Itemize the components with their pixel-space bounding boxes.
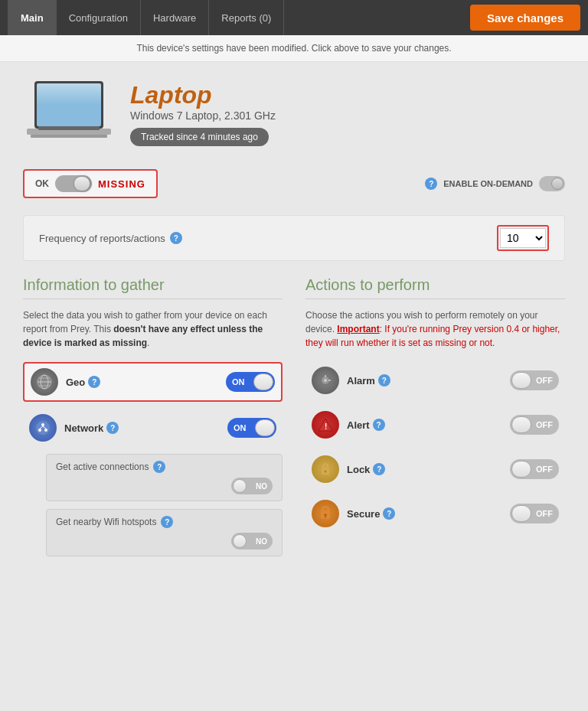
frequency-help-icon[interactable]: ? bbox=[170, 232, 182, 244]
lock-icon bbox=[312, 455, 339, 483]
alarm-toggle[interactable]: OFF bbox=[510, 370, 559, 390]
svg-point-11 bbox=[36, 421, 50, 435]
tab-hardware[interactable]: Hardware bbox=[141, 0, 209, 35]
toggle-thumb bbox=[74, 176, 90, 191]
network-toggle[interactable]: ON bbox=[227, 418, 276, 438]
active-connections-toggle-label: NO bbox=[256, 482, 267, 491]
active-connections-toggle[interactable]: NO bbox=[231, 478, 273, 494]
geo-label: Geo ? bbox=[66, 376, 218, 388]
svg-rect-4 bbox=[31, 135, 107, 138]
wifi-hotspots-toggle-label: NO bbox=[256, 537, 267, 546]
frequency-row: Frequency of reports/actions ? 10 5 15 2… bbox=[23, 215, 565, 261]
lock-toggle-knob bbox=[511, 461, 531, 478]
alarm-label: Alarm ? bbox=[347, 374, 502, 386]
alert-toggle-knob bbox=[511, 416, 531, 433]
info-gather-desc: Select the data you wish to gather from … bbox=[23, 308, 283, 350]
alarm-toggle-knob bbox=[511, 372, 531, 389]
secure-toggle[interactable]: OFF bbox=[510, 504, 559, 523]
secure-icon bbox=[312, 500, 339, 527]
secure-toggle-label: OFF bbox=[536, 509, 553, 518]
alert-item-row: ! Alert ? OFF bbox=[305, 406, 565, 443]
wifi-hotspots-help-icon[interactable]: ? bbox=[161, 516, 173, 528]
geo-icon bbox=[31, 368, 58, 396]
svg-text:!: ! bbox=[325, 422, 327, 431]
lock-label: Lock ? bbox=[347, 463, 502, 475]
secure-toggle-knob bbox=[511, 505, 531, 522]
geo-help-icon[interactable]: ? bbox=[88, 376, 100, 388]
ondemand-help-icon[interactable]: ? bbox=[425, 178, 437, 190]
svg-rect-5 bbox=[38, 126, 100, 130]
ok-missing-toggle[interactable]: OK MISSING bbox=[23, 169, 158, 198]
secure-item-row: Secure ? OFF bbox=[305, 495, 565, 532]
lock-toggle[interactable]: OFF bbox=[510, 459, 559, 479]
network-item-row: Network ? ON bbox=[23, 409, 283, 446]
main-content: Laptop Windows 7 Laptop, 2.301 GHz Track… bbox=[0, 62, 588, 711]
device-header: Laptop Windows 7 Laptop, 2.301 GHz Track… bbox=[23, 77, 565, 149]
ondemand-toggle[interactable] bbox=[539, 176, 565, 191]
wifi-hotspots-sub: Get nearby Wifi hotspots ? NO bbox=[46, 509, 283, 556]
wifi-hotspots-text: Get nearby Wifi hotspots bbox=[56, 517, 156, 527]
frequency-label: Frequency of reports/actions ? bbox=[39, 232, 182, 244]
status-toggle-switch[interactable] bbox=[55, 175, 92, 192]
enable-ondemand-label: ENABLE ON-DEMAND bbox=[443, 179, 533, 188]
lock-label-text: Lock bbox=[347, 464, 370, 475]
network-icon bbox=[29, 414, 57, 442]
network-help-icon[interactable]: ? bbox=[106, 422, 119, 434]
geo-toggle[interactable]: ON bbox=[226, 372, 275, 392]
svg-point-13 bbox=[38, 429, 41, 432]
secure-help-icon[interactable]: ? bbox=[383, 507, 395, 520]
wifi-hotspots-label: Get nearby Wifi hotspots ? bbox=[56, 516, 273, 528]
ondemand-toggle-dot bbox=[551, 178, 564, 190]
svg-point-19 bbox=[324, 379, 327, 382]
active-connections-help-icon[interactable]: ? bbox=[153, 461, 165, 473]
geo-toggle-label: ON bbox=[232, 377, 245, 386]
network-label: Network ? bbox=[64, 422, 220, 434]
svg-point-12 bbox=[41, 423, 44, 426]
secure-label-text: Secure bbox=[347, 508, 380, 520]
lock-item-row: Lock ? OFF bbox=[305, 451, 565, 488]
tab-configuration[interactable]: Configuration bbox=[57, 0, 141, 35]
network-toggle-label: ON bbox=[234, 423, 247, 432]
network-label-text: Network bbox=[64, 422, 103, 434]
alarm-label-text: Alarm bbox=[347, 375, 375, 386]
tab-main[interactable]: Main bbox=[8, 0, 57, 35]
alarm-toggle-label: OFF bbox=[536, 376, 553, 385]
status-row: OK MISSING ? ENABLE ON-DEMAND bbox=[23, 165, 565, 203]
two-col-layout: Information to gather Select the data yo… bbox=[23, 276, 565, 564]
active-connections-knob bbox=[233, 479, 247, 493]
alert-help-icon[interactable]: ? bbox=[373, 419, 385, 431]
info-gather-title: Information to gather bbox=[23, 276, 283, 299]
alarm-item-row: Alarm ? OFF bbox=[305, 362, 565, 399]
wifi-hotspots-toggle[interactable]: NO bbox=[231, 533, 273, 550]
frequency-select-wrapper: 10 5 15 20 30 bbox=[497, 225, 549, 251]
actions-title: Actions to perform bbox=[305, 276, 565, 299]
notice-bar: This device's settings have been modifie… bbox=[0, 35, 588, 62]
alert-icon: ! bbox=[312, 411, 339, 439]
info-gather-section: Information to gather Select the data yo… bbox=[23, 276, 283, 564]
svg-point-27 bbox=[324, 514, 327, 517]
active-connections-label: Get active connections ? bbox=[56, 461, 273, 473]
frequency-select[interactable]: 10 5 15 20 30 bbox=[500, 228, 546, 248]
lock-toggle-label: OFF bbox=[536, 465, 553, 474]
geo-toggle-knob bbox=[253, 373, 273, 390]
tab-reports[interactable]: Reports (0) bbox=[209, 0, 284, 35]
alert-label-text: Alert bbox=[347, 419, 370, 431]
save-changes-button[interactable]: Save changes bbox=[470, 5, 580, 31]
alert-toggle[interactable]: OFF bbox=[510, 415, 559, 435]
lock-help-icon[interactable]: ? bbox=[373, 463, 385, 475]
svg-point-14 bbox=[44, 429, 47, 432]
actions-section: Actions to perform Choose the actions yo… bbox=[305, 276, 565, 564]
actions-note-important: Important bbox=[337, 324, 379, 334]
secure-label: Secure ? bbox=[347, 507, 502, 520]
geo-item-row: Geo ? ON bbox=[23, 362, 283, 402]
navbar: Main Configuration Hardware Reports (0) … bbox=[0, 0, 588, 35]
frequency-label-text: Frequency of reports/actions bbox=[39, 233, 165, 244]
alarm-icon bbox=[312, 367, 339, 394]
tracked-badge: Tracked since 4 minutes ago bbox=[130, 128, 269, 146]
wifi-hotspots-knob bbox=[233, 534, 247, 548]
alarm-help-icon[interactable]: ? bbox=[378, 374, 390, 386]
device-subtitle: Windows 7 Laptop, 2.301 GHz bbox=[130, 109, 276, 122]
alert-label: Alert ? bbox=[347, 419, 502, 431]
device-name: Laptop bbox=[130, 81, 276, 109]
missing-label: MISSING bbox=[98, 178, 145, 190]
